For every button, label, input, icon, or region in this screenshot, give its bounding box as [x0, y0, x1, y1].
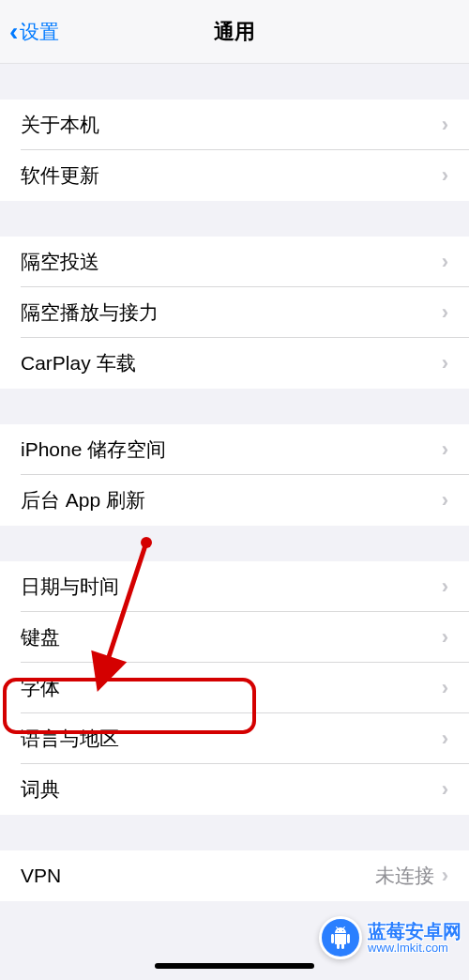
row-background-refresh[interactable]: 后台 App 刷新 › [0, 475, 469, 526]
row-label: 词典 [21, 776, 442, 803]
row-date-time[interactable]: 日期与时间 › [0, 561, 469, 612]
back-label: 设置 [20, 19, 59, 45]
row-keyboard[interactable]: 键盘 › [0, 612, 469, 663]
settings-group: VPN 未连接 › [0, 850, 469, 901]
row-label: 字体 [21, 675, 442, 701]
watermark-title: 蓝莓安卓网 [368, 921, 461, 942]
chevron-right-icon: › [442, 488, 448, 513]
row-about[interactable]: 关于本机 › [0, 100, 469, 150]
watermark-url: www.lmkit.com [368, 942, 461, 955]
watermark: 蓝莓安卓网 www.lmkit.com [319, 916, 461, 959]
row-label: 关于本机 [21, 112, 442, 138]
nav-bar: ‹ 设置 通用 [0, 0, 469, 64]
row-software-update[interactable]: 软件更新 › [0, 150, 469, 201]
row-dictionary[interactable]: 词典 › [0, 764, 469, 815]
row-language[interactable]: 语言与地区 › [0, 713, 469, 764]
row-airdrop[interactable]: 隔空投送 › [0, 237, 469, 287]
settings-group: iPhone 储存空间 › 后台 App 刷新 › [0, 424, 469, 526]
chevron-right-icon: › [442, 676, 448, 700]
row-label: 隔空投送 [21, 249, 442, 275]
chevron-right-icon: › [442, 574, 448, 599]
settings-group: 隔空投送 › 隔空播放与接力 › CarPlay 车载 › [0, 237, 469, 389]
page-title: 通用 [214, 18, 255, 46]
chevron-right-icon: › [442, 163, 448, 188]
row-label: 键盘 [21, 624, 442, 651]
chevron-left-icon: ‹ [9, 19, 18, 45]
row-label: 隔空播放与接力 [21, 299, 442, 326]
android-icon [319, 916, 362, 959]
chevron-right-icon: › [442, 777, 448, 802]
row-vpn[interactable]: VPN 未连接 › [0, 850, 469, 901]
row-label: CarPlay 车载 [21, 350, 442, 376]
back-button[interactable]: ‹ 设置 [0, 19, 59, 45]
chevron-right-icon: › [442, 300, 448, 325]
row-label: VPN [21, 865, 375, 887]
row-storage[interactable]: iPhone 储存空间 › [0, 424, 469, 475]
chevron-right-icon: › [442, 351, 448, 375]
row-label: 日期与时间 [21, 574, 442, 600]
chevron-right-icon: › [442, 113, 448, 137]
settings-group: 日期与时间 › 键盘 › 字体 › 语言与地区 › 词典 › [0, 561, 469, 815]
settings-group: 关于本机 › 软件更新 › [0, 100, 469, 201]
chevron-right-icon: › [442, 727, 448, 751]
home-indicator [155, 963, 314, 969]
row-carplay[interactable]: CarPlay 车载 › [0, 338, 469, 389]
row-fonts[interactable]: 字体 › [0, 663, 469, 713]
row-label: 后台 App 刷新 [21, 487, 442, 513]
chevron-right-icon: › [442, 250, 448, 274]
chevron-right-icon: › [442, 437, 448, 462]
watermark-text: 蓝莓安卓网 www.lmkit.com [368, 921, 461, 955]
row-label: 语言与地区 [21, 726, 442, 752]
row-label: 软件更新 [21, 162, 442, 189]
chevron-right-icon: › [442, 625, 448, 650]
row-label: iPhone 储存空间 [21, 436, 442, 463]
row-airplay[interactable]: 隔空播放与接力 › [0, 287, 469, 338]
chevron-right-icon: › [442, 864, 448, 888]
row-detail: 未连接 [375, 863, 434, 889]
svg-point-1 [141, 537, 152, 548]
